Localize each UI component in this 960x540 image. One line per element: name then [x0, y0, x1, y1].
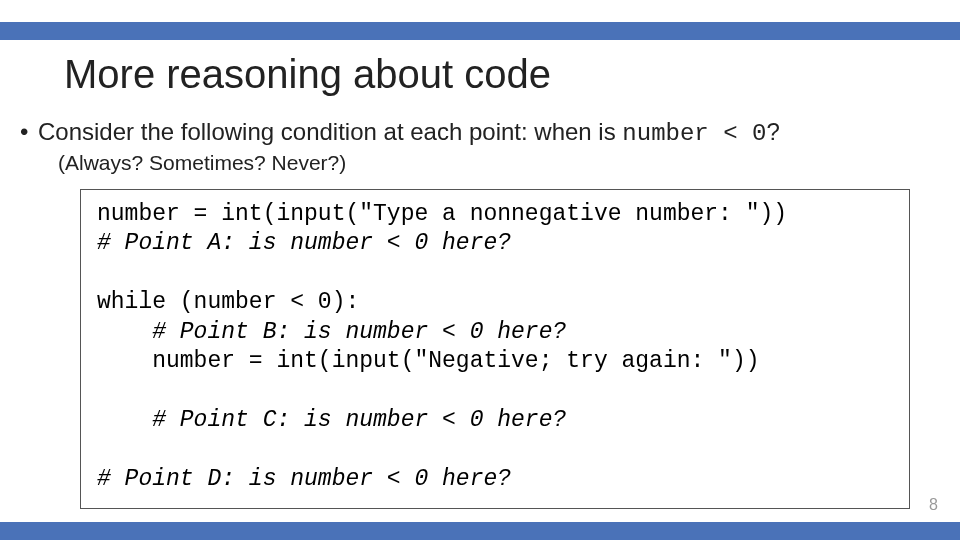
slide-body: •Consider the following condition at eac…	[20, 118, 940, 509]
code-comment-b: # Point B: is number < 0 here?	[97, 319, 566, 345]
bullet-lead: Consider the following condition at each…	[38, 118, 622, 145]
code-line-while: while (number < 0):	[97, 289, 359, 315]
bullet-subnote: (Always? Sometimes? Never?)	[58, 151, 940, 175]
bullet-marker-icon: •	[20, 118, 38, 146]
slide: More reasoning about code •Consider the …	[0, 0, 960, 540]
header-band	[0, 22, 960, 40]
code-line-1: number = int(input("Type a nonnegative n…	[97, 201, 787, 227]
footer-band	[0, 522, 960, 540]
code-block: number = int(input("Type a nonnegative n…	[80, 189, 910, 509]
slide-title: More reasoning about code	[64, 52, 551, 97]
code-comment-a: # Point A: is number < 0 here?	[97, 230, 511, 256]
code-line-reassign: number = int(input("Negative; try again:…	[97, 348, 760, 374]
code-comment-d: # Point D: is number < 0 here?	[97, 466, 511, 492]
code-comment-c: # Point C: is number < 0 here?	[97, 407, 566, 433]
page-number: 8	[929, 496, 938, 514]
bullet-code: number < 0	[622, 120, 766, 147]
bullet-tail: ?	[766, 118, 779, 145]
bullet-main: •Consider the following condition at eac…	[20, 118, 940, 147]
